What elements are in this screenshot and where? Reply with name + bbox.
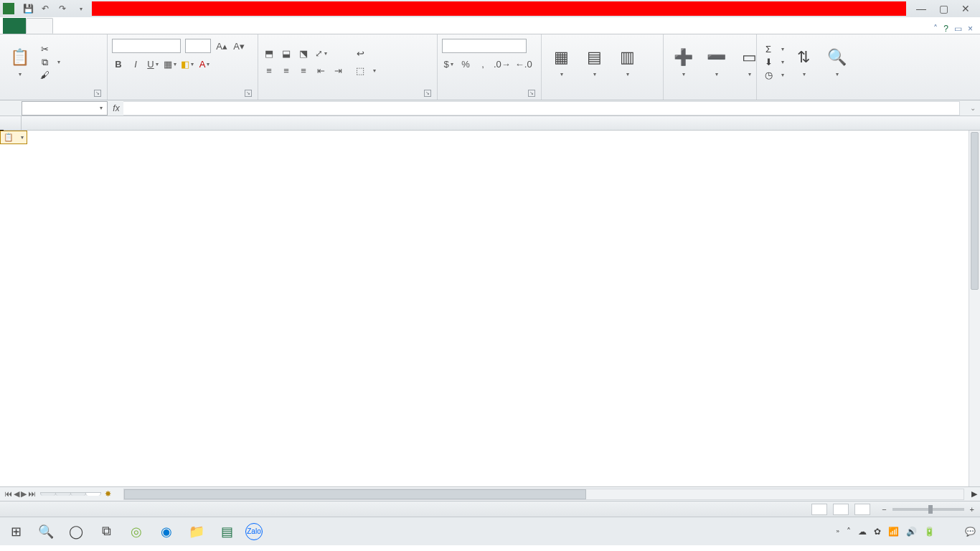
redo-icon[interactable]: ↷ (56, 2, 69, 15)
start-button[interactable]: ⊞ (4, 520, 27, 543)
search-button[interactable]: 🔍 (34, 520, 57, 543)
hscroll-right[interactable]: ▶ (969, 489, 980, 499)
comma-button[interactable]: , (476, 57, 489, 70)
copy-button[interactable]: ⧉▾ (37, 56, 62, 69)
spreadsheet-grid[interactable]: 📋 ▾ (0, 116, 980, 486)
tray-battery-icon[interactable]: 🔋 (924, 527, 935, 537)
sort-filter-button[interactable]: ⇅▾ (788, 45, 819, 79)
zoom-slider[interactable] (892, 508, 964, 511)
underline-button[interactable]: U▾ (146, 57, 159, 70)
align-right-button[interactable]: ≡ (297, 65, 310, 77)
window-restore-icon[interactable]: ▭ (954, 24, 962, 34)
minimize-ribbon-icon[interactable]: ˄ (933, 24, 938, 34)
font-color-button[interactable]: A▾ (198, 57, 211, 70)
sheet-nav-prev[interactable]: ◀ (14, 489, 19, 499)
font-name-input[interactable] (112, 39, 181, 53)
maximize-button[interactable]: ▢ (939, 3, 948, 14)
select-all-button[interactable] (0, 116, 22, 130)
decrease-indent-button[interactable]: ⇤ (314, 65, 327, 77)
addins-tab[interactable] (208, 18, 234, 34)
review-tab[interactable] (156, 18, 182, 34)
currency-button[interactable]: $▾ (442, 57, 455, 70)
grow-font-button[interactable]: A▴ (215, 39, 228, 52)
align-top-button[interactable]: ⬒ (263, 47, 275, 60)
cut-button[interactable]: ✂ (37, 43, 62, 56)
increase-indent-button[interactable]: ⇥ (331, 65, 344, 77)
wrap-text-button[interactable]: ↩ (353, 47, 377, 60)
page-layout-view-button[interactable] (833, 504, 849, 515)
page-break-view-button[interactable] (854, 504, 870, 515)
sheet-tab-3[interactable] (70, 492, 86, 496)
increase-decimal-button[interactable]: .0→ (494, 57, 511, 70)
cell-styles-button[interactable]: ▥▾ (612, 45, 642, 79)
normal-view-button[interactable] (811, 504, 827, 515)
horizontal-scrollbar[interactable] (123, 489, 964, 500)
task-view-button[interactable]: ⧉ (95, 520, 118, 543)
page-layout-tab[interactable] (79, 18, 105, 34)
close-button[interactable]: ✕ (961, 3, 970, 14)
font-size-input[interactable] (185, 39, 211, 53)
tray-notifications-icon[interactable]: 💬 (965, 527, 976, 537)
app-zalo[interactable]: Zalo (245, 523, 263, 540)
decrease-decimal-button[interactable]: ←.0 (515, 57, 532, 70)
delete-cells-button[interactable]: ➖▾ (701, 45, 731, 79)
tray-onedrive-icon[interactable]: ☁ (858, 527, 867, 537)
conditional-formatting-button[interactable]: ▦▾ (546, 45, 576, 79)
tray-volume-icon[interactable]: 🔊 (906, 527, 917, 537)
align-center-button[interactable]: ≡ (280, 65, 293, 77)
minimize-button[interactable]: — (916, 3, 926, 14)
bold-button[interactable]: B (112, 57, 125, 70)
number-launcher[interactable]: ↘ (528, 90, 535, 97)
window-close-icon[interactable]: × (968, 24, 973, 34)
merge-center-button[interactable]: ⬚▾ (353, 65, 377, 77)
sheet-nav-last[interactable]: ⏭ (28, 489, 36, 499)
expand-formula-bar[interactable]: ⌄ (970, 104, 980, 112)
find-select-button[interactable]: 🔍▾ (821, 45, 852, 79)
app-edge[interactable]: ◉ (155, 520, 178, 543)
italic-button[interactable]: I (129, 57, 142, 70)
help-icon[interactable]: ? (943, 24, 948, 34)
insert-tab[interactable] (53, 18, 79, 34)
app-explorer[interactable]: 📁 (185, 520, 208, 543)
border-button[interactable]: ▦▾ (164, 57, 176, 70)
orientation-button[interactable]: ⤢▾ (314, 47, 327, 60)
zoom-in-button[interactable]: + (970, 505, 974, 514)
tray-ime-icon[interactable]: ✿ (874, 527, 881, 537)
tray-wifi-icon[interactable]: 📶 (888, 527, 899, 537)
fx-icon[interactable]: fx (109, 103, 123, 113)
sheet-nav-first[interactable]: ⏮ (4, 489, 12, 499)
data-tab[interactable] (131, 18, 156, 34)
clear-button[interactable]: ◷▾ (761, 69, 786, 82)
file-tab[interactable] (3, 18, 26, 34)
align-bottom-button[interactable]: ⬔ (297, 47, 310, 60)
app-coccoc[interactable]: ◎ (125, 520, 148, 543)
autosum-button[interactable]: Σ▾ (761, 43, 786, 56)
clipboard-launcher[interactable]: ↘ (94, 90, 101, 97)
percent-button[interactable]: % (459, 57, 472, 70)
fill-color-button[interactable]: ◧▾ (181, 57, 194, 70)
undo-icon[interactable]: ↶ (39, 2, 52, 15)
font-launcher[interactable]: ↘ (245, 90, 252, 97)
format-painter-button[interactable]: 🖌 (37, 69, 62, 82)
hscroll-thumb[interactable] (124, 489, 586, 499)
align-middle-button[interactable]: ⬓ (280, 47, 293, 60)
formulas-tab[interactable] (105, 18, 131, 34)
fill-button[interactable]: ⬇▾ (761, 56, 786, 69)
align-left-button[interactable]: ≡ (263, 65, 275, 77)
paste-options-button[interactable]: 📋 ▾ (0, 131, 27, 144)
paste-button[interactable]: 📋 ▾ (4, 45, 34, 79)
insert-cells-button[interactable]: ➕▾ (668, 45, 698, 79)
sheet-tab-4[interactable] (85, 492, 101, 496)
vscroll-thumb[interactable] (971, 132, 979, 290)
view-tab[interactable] (182, 18, 208, 34)
cortana-button[interactable]: ◯ (65, 520, 88, 543)
home-tab[interactable] (26, 18, 53, 34)
format-as-table-button[interactable]: ▤▾ (579, 45, 609, 79)
alignment-launcher[interactable]: ↘ (424, 90, 431, 97)
number-format-input[interactable] (442, 39, 527, 53)
zoom-out-button[interactable]: − (882, 505, 886, 514)
formula-input[interactable] (123, 101, 960, 116)
qat-customize-icon[interactable]: ▾ (75, 2, 88, 15)
sheet-tab-2[interactable] (55, 492, 71, 496)
sheet-tab-1[interactable] (40, 492, 56, 496)
